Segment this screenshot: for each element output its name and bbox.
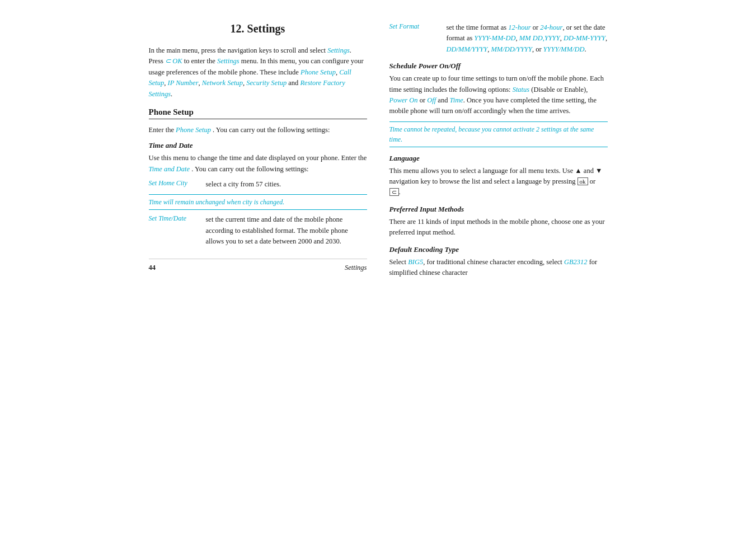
12-hour-link: 12-hour — [508, 24, 530, 31]
security-setup-link: Security Setup — [246, 79, 287, 87]
city-note-box: Time will remain unchanged when city is … — [149, 194, 367, 210]
set-format-key: Set Format — [389, 22, 440, 55]
set-home-city-key: Set Home City — [149, 179, 199, 190]
set-time-date-value: set the current time and date of the mob… — [206, 214, 367, 247]
footer-page-number: 44 — [149, 264, 156, 272]
phone-setup-heading: Phone Setup — [149, 107, 367, 119]
off-link: Off — [427, 96, 436, 104]
city-note-text: Time will remain unchanged when city is … — [149, 197, 367, 207]
language-heading: Language — [389, 154, 608, 163]
default-encoding-heading: Default Encoding Type — [389, 245, 608, 254]
preferred-input-body: There are 11 kinds of input methods in t… — [389, 217, 608, 238]
ok-button-icon: ok — [577, 177, 588, 185]
phone-setup-link: Phone Setup — [300, 68, 336, 76]
intro-text-1: In the main menu, press the navigation k… — [149, 46, 328, 54]
yyyy-mm-dd-slash-link: YYYY/MM/DD — [543, 45, 585, 53]
gb2312-link: GB2312 — [564, 258, 588, 266]
time-date-link: Time and Date — [149, 165, 190, 173]
back-button-icon: ⊂ — [389, 188, 399, 196]
set-home-city-row: Set Home City select a city from 57 citi… — [149, 179, 367, 190]
status-link: Status — [513, 86, 530, 93]
set-time-date-key: Set Time/Date — [149, 214, 199, 247]
schedule-note-box: Time cannot be repeated, because you can… — [389, 121, 608, 147]
td-text-1: Use this menu to change the time and dat… — [149, 154, 367, 162]
time-date-heading: Time and Date — [149, 141, 367, 150]
phone-setup-intro: Enter the Phone Setup . You can carry ou… — [149, 125, 367, 135]
dd-mm-yyyy-link: DD-MM-YYYY — [564, 34, 605, 42]
ip-number-link: IP Number — [168, 79, 199, 87]
intro-text-10: . — [171, 90, 172, 98]
page-title: 12. Settings — [149, 22, 367, 35]
intro-text-3: to enter the — [182, 57, 217, 65]
set-home-city-value: select a city from 57 cities. — [206, 179, 367, 190]
schedule-power-heading: Schedule Power On/Off — [389, 62, 608, 71]
settings-link-2: Settings — [217, 57, 240, 65]
24-hour-link: 24-hour — [540, 24, 562, 31]
preferred-input-heading: Preferred Input Methods — [389, 205, 608, 214]
right-column: Set Format set the time format as 12-hou… — [389, 22, 608, 283]
page-footer: 44 Settings — [149, 259, 367, 272]
schedule-note-text: Time cannot be repeated, because you can… — [389, 124, 608, 144]
ps-intro-2: . You can carry out the following settin… — [211, 126, 330, 134]
default-encoding-body: Select BIG5, for traditional chinese cha… — [389, 257, 608, 279]
network-setup-link: Network Setup — [202, 79, 243, 87]
page-container: 12. Settings In the main menu, press the… — [149, 22, 608, 283]
time-date-intro: Use this menu to change the time and dat… — [149, 153, 367, 175]
mm-dd-yyyy-slash-link: MM/DD/YYYY — [491, 45, 532, 53]
schedule-power-body: You can create up to four time settings … — [389, 73, 608, 117]
td-text-2: . You can carry out the following settin… — [190, 165, 308, 173]
yyyy-mm-dd-link: YYYY-MM-DD — [474, 34, 515, 42]
ps-intro-1: Enter the — [149, 126, 176, 134]
dd-mm-yyyy-slash-link: DD/MM/YYYY — [447, 45, 488, 53]
settings-link-1: Settings — [327, 46, 350, 54]
big5-link: BIG5 — [408, 258, 423, 266]
intro-paragraph: In the main menu, press the navigation k… — [149, 45, 367, 100]
phone-setup-link-2: Phone Setup — [176, 126, 211, 134]
set-time-date-row: Set Time/Date set the current time and d… — [149, 214, 367, 247]
left-column: 12. Settings In the main menu, press the… — [149, 22, 367, 283]
mm-dd-yyyy-link: MM DD,YYYY — [519, 34, 560, 42]
time-link: Time — [450, 96, 463, 104]
set-format-value: set the time format as 12-hour or 24-hou… — [447, 22, 608, 55]
footer-section-name: Settings — [345, 264, 367, 272]
power-on-link: Power On — [389, 96, 418, 104]
intro-text-9: and — [287, 79, 300, 87]
ok-icon: ⊂ OK — [165, 57, 182, 65]
set-format-row: Set Format set the time format as 12-hou… — [389, 22, 608, 55]
language-body: This menu allows you to select a languag… — [389, 166, 608, 198]
